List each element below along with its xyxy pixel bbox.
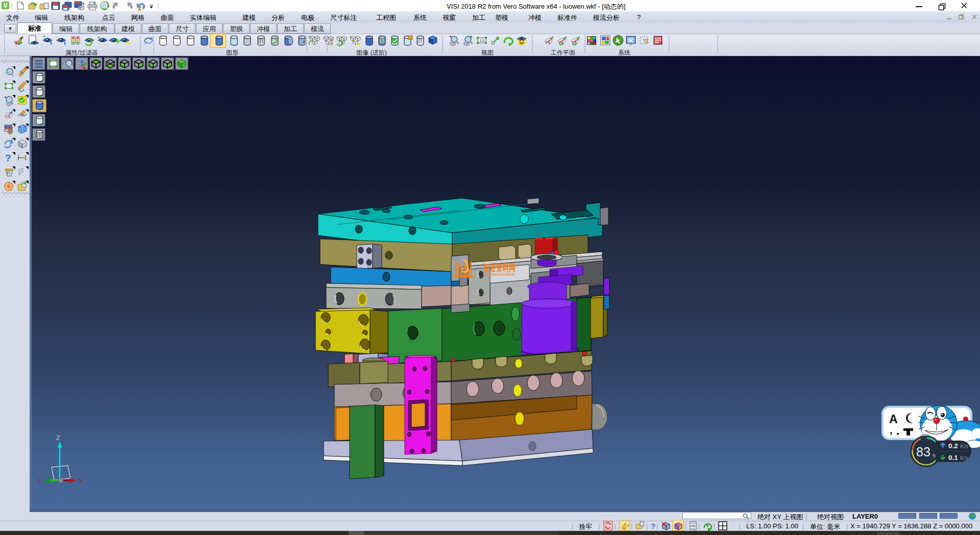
svg-text:-: -	[56, 34, 58, 40]
svg-text:K/s: K/s	[960, 455, 968, 461]
svg-text:|: |	[685, 523, 687, 530]
svg-text:0.2: 0.2	[948, 442, 958, 450]
svg-text:INTELLIGENT MANUFACTURING DATA: INTELLIGENT MANUFACTURING DATA	[483, 273, 515, 276]
svg-text:K/s: K/s	[960, 443, 968, 449]
svg-text:|: |	[714, 523, 715, 530]
svg-text:X: X	[79, 477, 83, 484]
svg-text:,: ,	[890, 425, 892, 435]
svg-text:0.1: 0.1	[948, 454, 958, 461]
svg-text:+: +	[4, 95, 7, 100]
svg-text:|: |	[698, 523, 700, 530]
svg-text:智造资料网: 智造资料网	[482, 262, 516, 273]
svg-text:+: +	[449, 34, 452, 39]
svg-text:A: A	[889, 412, 898, 426]
svg-text:+: +	[350, 35, 352, 40]
svg-text:83: 83	[916, 445, 930, 459]
svg-text:|: |	[631, 523, 632, 530]
svg-text:-: -	[104, 41, 106, 47]
svg-text:Y: Y	[37, 477, 41, 484]
svg-text:|: |	[615, 523, 616, 530]
svg-text:?: ?	[5, 153, 11, 163]
svg-text:?: ?	[651, 522, 655, 530]
svg-text:|: |	[646, 523, 648, 530]
svg-text:+: +	[43, 34, 45, 39]
svg-text:1:1: 1:1	[480, 39, 485, 42]
svg-text:|: |	[656, 523, 658, 530]
svg-text:+: +	[97, 35, 100, 40]
svg-text:Z: Z	[56, 434, 60, 442]
svg-text:+: +	[308, 34, 311, 39]
